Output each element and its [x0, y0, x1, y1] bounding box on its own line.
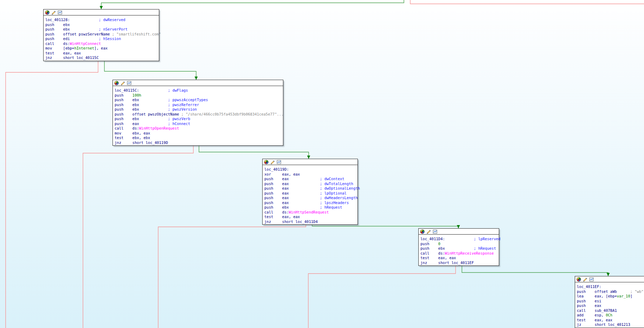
asm-line[interactable]: jz short loc_401213 [577, 322, 644, 327]
asm-line[interactable]: test eax, eax [45, 51, 157, 56]
node-edit-icon[interactable] [121, 81, 125, 85]
asm-line[interactable]: call ds:WinHttpReceiveResponse [420, 251, 497, 256]
basic-block-loc_401128[interactable]: loc_401128: ; dwReservedpush ebxpush ebx… [43, 9, 159, 61]
asm-line[interactable]: loc_40119D: [264, 167, 356, 172]
node-color-wheel-icon[interactable] [114, 81, 119, 85]
asm-line[interactable]: push esi [577, 299, 644, 304]
node-color-wheel-icon[interactable] [45, 10, 50, 15]
graph-viewport[interactable]: loc_401128: ; dwReservedpush ebxpush ebx… [0, 0, 644, 328]
asm-line[interactable]: push eax ; dwTotalLength [264, 182, 356, 186]
disassembly-lines: loc_40119D:xor eax, eaxpush eax ; dwCont… [263, 165, 358, 225]
node-frame-icon[interactable] [127, 81, 131, 85]
asm-line[interactable]: test eax, eax [577, 318, 644, 323]
node-color-wheel-icon[interactable] [264, 160, 269, 164]
asm-line[interactable]: test eax, eax [264, 215, 356, 219]
asm-line[interactable]: push ebx ; nServerPort [45, 27, 157, 32]
node-edit-icon[interactable] [583, 277, 587, 282]
asm-line[interactable]: push ebx ; pwszVerb [115, 117, 282, 122]
asm-line[interactable]: push offset aWb ; "wb" [577, 289, 644, 294]
asm-line[interactable]: push 0 [420, 242, 497, 247]
asm-line[interactable]: push ebx ; pwszReferrer [115, 103, 282, 107]
asm-line[interactable]: loc_4011D4: ; lpReserved [420, 237, 497, 242]
disassembly-lines: loc_401128: ; dwReservedpush ebxpush ebx… [44, 15, 159, 62]
basic-block-loc_40119D[interactable]: loc_40119D:xor eax, eaxpush eax ; dwCont… [262, 159, 358, 225]
edge-arrow-head [457, 225, 460, 228]
node-frame-icon[interactable] [58, 10, 62, 15]
asm-line[interactable]: push offset pwszObjectName ; "/share/466… [115, 112, 282, 117]
node-title-bar[interactable] [575, 276, 644, 282]
asm-line[interactable]: push ebx ; pwszVersion [115, 107, 282, 112]
asm-line[interactable]: push ebx ; hRequest [264, 205, 356, 210]
asm-line[interactable]: push ebx [45, 22, 157, 27]
asm-line[interactable]: push eax ; dwContext [264, 177, 356, 182]
asm-line[interactable]: loc_401128: ; dwReserved [45, 18, 157, 22]
node-edit-icon[interactable] [426, 229, 431, 234]
node-frame-icon[interactable] [589, 277, 594, 282]
edge-fall-through [410, 0, 644, 4]
edge-jump-taken [101, 0, 404, 9]
asm-line[interactable]: xor eax, eax [264, 172, 356, 177]
node-frame-icon[interactable] [277, 160, 281, 164]
asm-line[interactable]: push ebx ; hRequest [420, 246, 497, 251]
node-title-bar[interactable] [419, 229, 499, 235]
node-title-bar[interactable] [44, 9, 159, 15]
disassembly-lines: loc_4011EF:push offset aWb ; "wb"lea eax… [575, 282, 644, 328]
basic-block-loc_40115C[interactable]: loc_40115C: ; dwFlagspush 100hpush ebx ;… [112, 80, 283, 146]
edge-fall-through [158, 225, 306, 328]
asm-line[interactable]: push 100h [115, 93, 282, 98]
asm-line[interactable]: test ebx, ebx [115, 136, 282, 140]
asm-line[interactable]: call sub_407BA1 [577, 308, 644, 313]
asm-line[interactable]: call ds:WinHttpSendRequest [264, 210, 356, 215]
asm-line[interactable]: add esp, 0Ch [577, 313, 644, 318]
disassembly-lines: loc_40115C: ; dwFlagspush 100hpush ebx ;… [113, 86, 283, 146]
node-edit-icon[interactable] [51, 10, 56, 15]
asm-line[interactable]: jnz short loc_40119D [115, 140, 282, 145]
asm-line[interactable]: push eax [577, 303, 644, 308]
edge-arrow-head [307, 156, 310, 159]
node-color-wheel-icon[interactable] [577, 277, 581, 282]
edge-jump-taken [199, 146, 309, 159]
asm-line[interactable]: call ds:WinHttpOpenRequest [115, 126, 282, 131]
asm-line[interactable]: push edi ; hSession [45, 37, 157, 41]
asm-line[interactable]: loc_40115C: ; dwFlags [115, 88, 282, 93]
asm-line[interactable]: push eax ; lpOptional [264, 191, 356, 196]
node-title-bar[interactable] [113, 80, 283, 86]
edge-fall-through [308, 266, 456, 328]
edge-fall-through [6, 61, 98, 328]
asm-line[interactable]: jnz short loc_40115C [45, 55, 157, 60]
edge-fall-through [83, 146, 193, 328]
asm-line[interactable]: loc_4011EF: [577, 284, 644, 289]
node-edit-icon[interactable] [270, 160, 275, 164]
asm-line[interactable]: jnz short loc_4011D4 [264, 219, 356, 224]
asm-line[interactable]: lea eax, [ebp+var_10] [577, 294, 644, 299]
node-frame-icon[interactable] [433, 229, 437, 234]
node-title-bar[interactable] [263, 159, 358, 165]
asm-line[interactable]: push eax ; dwOptionalLength [264, 186, 356, 191]
disassembly-lines: loc_4011D4: ; lpReservedpush 0push ebx ;… [419, 235, 499, 267]
edge-arrow-head [607, 273, 610, 276]
node-color-wheel-icon[interactable] [420, 229, 425, 234]
basic-block-loc_4011EF[interactable]: loc_4011EF:push offset aWb ; "wb"lea eax… [575, 276, 644, 328]
edge-arrow-head [100, 6, 103, 9]
edge-jump-taken [104, 61, 196, 80]
basic-block-loc_4011D4[interactable]: loc_4011D4: ; lpReservedpush 0push ebx ;… [418, 228, 499, 266]
asm-line[interactable]: call ds:WinHttpConnect [45, 41, 157, 46]
edge-jump-taken [462, 266, 608, 276]
asm-line[interactable]: test eax, eax [420, 256, 497, 261]
asm-line[interactable]: mov [ebp+hInternet], eax [45, 46, 157, 51]
asm-line[interactable]: push eax ; dwHeadersLength [264, 196, 356, 201]
asm-line[interactable]: push offset pswzServerName ; "smartlifes… [45, 32, 157, 37]
asm-line[interactable]: push ebx ; ppwszAcceptTypes [115, 98, 282, 103]
asm-line[interactable]: jnz short loc_4011EF [420, 261, 497, 265]
edge-arrow-head [195, 77, 198, 80]
asm-line[interactable]: mov ebx, eax [115, 131, 282, 136]
asm-line[interactable]: push eax ; lpszHeaders [264, 201, 356, 205]
asm-line[interactable]: push eax ; hConnect [115, 122, 282, 126]
